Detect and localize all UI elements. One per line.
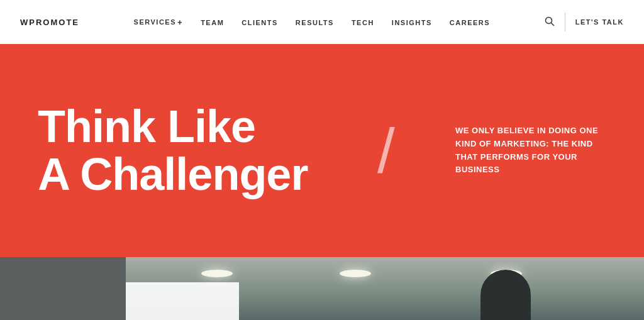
nav-link-team[interactable]: TEAM: [201, 19, 224, 26]
search-icon[interactable]: [545, 16, 555, 28]
person-silhouette: [480, 270, 531, 320]
nav-links: SERVICES+ TEAM CLIENTS RESULTS TECH INSI…: [134, 16, 491, 28]
ceiling-light-1: [201, 270, 233, 277]
hero-section: Think Like A Challenger / WE ONLY BELIEV…: [0, 44, 644, 257]
ceiling-light-2: [340, 270, 371, 277]
nav-link-careers[interactable]: CAREERS: [450, 19, 490, 26]
lets-talk-button[interactable]: LET'S TALK: [575, 18, 624, 26]
hero-headline-container: Think Like A Challenger: [38, 103, 330, 198]
nav-link-insights[interactable]: INSIGHTS: [392, 19, 432, 26]
nav-link-clients[interactable]: CLIENTS: [242, 19, 278, 26]
brand-logo[interactable]: WPROMOTE: [20, 18, 79, 27]
bottom-image-section: [0, 257, 644, 320]
navbar-right: LET'S TALK: [545, 13, 624, 31]
nav-divider: [565, 13, 565, 31]
hero-tagline-container: WE ONLY BELIEVE IN DOING ONE KIND OF MAR…: [443, 124, 606, 177]
white-panel: [126, 282, 239, 320]
nav-plus-icon: +: [177, 18, 183, 27]
nav-link-services[interactable]: SERVICES+: [134, 18, 184, 27]
nav-item-services[interactable]: SERVICES+: [134, 18, 184, 27]
svg-line-1: [551, 23, 553, 25]
nav-item-careers[interactable]: CAREERS: [450, 16, 490, 28]
nav-item-tech[interactable]: TECH: [352, 16, 374, 28]
nav-item-clients[interactable]: CLIENTS: [242, 16, 278, 28]
nav-link-tech[interactable]: TECH: [352, 19, 374, 26]
hero-tagline: WE ONLY BELIEVE IN DOING ONE KIND OF MAR…: [455, 124, 606, 177]
nav-item-insights[interactable]: INSIGHTS: [392, 16, 432, 28]
navbar: WPROMOTE SERVICES+ TEAM CLIENTS RESULTS …: [0, 0, 644, 44]
nav-link-results[interactable]: RESULTS: [296, 19, 334, 26]
slash-icon: /: [377, 119, 395, 182]
hero-slash-divider: /: [330, 119, 443, 182]
nav-item-team[interactable]: TEAM: [201, 16, 224, 28]
nav-item-results[interactable]: RESULTS: [296, 16, 334, 28]
hero-headline: Think Like A Challenger: [38, 103, 330, 198]
